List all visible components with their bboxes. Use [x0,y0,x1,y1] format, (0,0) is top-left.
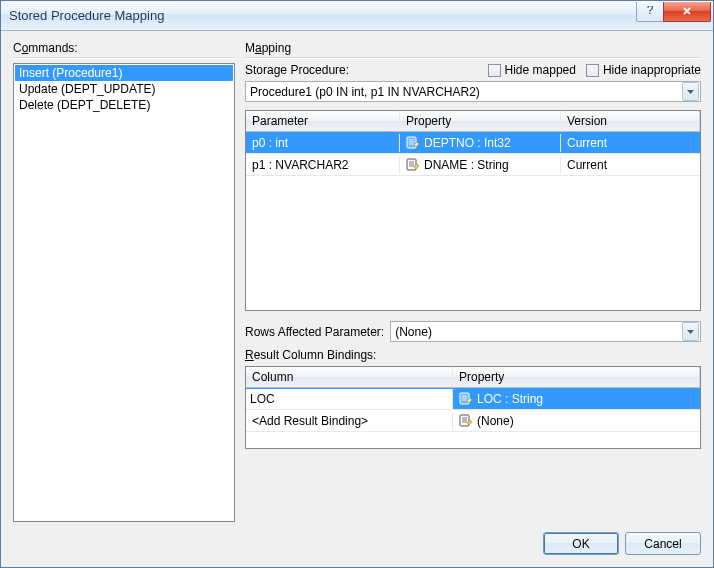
hide-mapped-label: Hide mapped [505,63,576,77]
dialog-window: Stored Procedure Mapping ? Commands: Ins… [0,0,714,568]
header-column[interactable]: Column [246,367,453,387]
title-bar[interactable]: Stored Procedure Mapping ? [1,1,713,31]
header-parameter[interactable]: Parameter [246,111,400,131]
cancel-button[interactable]: Cancel [625,532,701,555]
window-title: Stored Procedure Mapping [9,8,637,23]
hide-mapped-checkbox[interactable]: Hide mapped [488,63,576,77]
svg-rect-2 [407,159,416,170]
window-controls: ? [637,2,711,22]
hide-inappropriate-checkbox[interactable]: Hide inappropriate [586,63,701,77]
property-cell[interactable]: LOC : String [453,390,700,408]
version-cell[interactable]: Current [561,156,700,174]
storage-procedure-combo[interactable]: Procedure1 (p0 IN int, p1 IN NVARCHAR2) [245,81,701,102]
commands-label: Commands: [13,41,235,55]
storage-procedure-label: Storage Procedure: [245,63,349,77]
dialog-footer: OK Cancel [1,522,713,567]
grid-header[interactable]: Column Property [246,367,700,388]
parameter-cell[interactable]: p1 : NVARCHAR2 [246,156,400,174]
property-cell[interactable]: DEPTNO : Int32 [400,134,561,152]
svg-text:?: ? [647,6,654,16]
column-input[interactable] [246,389,452,409]
ok-button[interactable]: OK [543,532,619,555]
table-row[interactable]: p0 : intDEPTNO : Int32Current [246,132,700,154]
table-row[interactable]: <Add Result Binding>(None) [246,410,700,432]
hide-inappropriate-label: Hide inappropriate [603,63,701,77]
storage-procedure-value: Procedure1 (p0 IN int, p1 IN NVARCHAR2) [246,85,682,99]
version-cell[interactable]: Current [561,134,700,152]
rows-affected-combo[interactable]: (None) [390,321,701,342]
chevron-down-icon [687,90,694,94]
commands-listbox[interactable]: Insert (Procedure1)Update (DEPT_UPDATE)D… [13,63,235,522]
mapping-label: Mapping [245,41,701,55]
rows-affected-label: Rows Affected Parameter: [245,325,384,339]
commands-item[interactable]: Delete (DEPT_DELETE) [15,97,233,113]
grid-header[interactable]: Parameter Property Version [246,111,700,132]
table-row[interactable]: p1 : NVARCHAR2DNAME : StringCurrent [246,154,700,176]
svg-rect-3 [460,393,469,404]
property-cell[interactable]: DNAME : String [400,156,561,174]
checkbox-icon [586,64,599,77]
result-grid[interactable]: Column Property LOC : String<Add Result … [245,366,701,449]
divider [13,57,235,59]
dropdown-button[interactable] [682,82,699,101]
checkbox-icon [488,64,501,77]
commands-item[interactable]: Insert (Procedure1) [15,65,233,81]
rows-affected-value: (None) [391,325,682,339]
help-button[interactable]: ? [636,2,664,22]
column-cell[interactable]: <Add Result Binding> [246,412,453,430]
svg-rect-1 [407,137,416,148]
result-bindings-label: Result Column Bindings: [245,348,701,362]
header-property[interactable]: Property [400,111,561,131]
chevron-down-icon [687,330,694,334]
divider [245,57,701,59]
header-version[interactable]: Version [561,111,700,131]
commands-item[interactable]: Update (DEPT_UPDATE) [15,81,233,97]
property-cell[interactable]: (None) [453,412,700,430]
parameter-cell[interactable]: p0 : int [246,134,400,152]
close-button[interactable] [663,2,711,22]
dropdown-button[interactable] [682,322,699,341]
column-cell[interactable] [246,389,453,409]
header-property[interactable]: Property [453,367,700,387]
parameter-grid[interactable]: Parameter Property Version p0 : intDEPTN… [245,110,701,311]
svg-rect-4 [460,415,469,426]
table-row[interactable]: LOC : String [246,388,700,410]
